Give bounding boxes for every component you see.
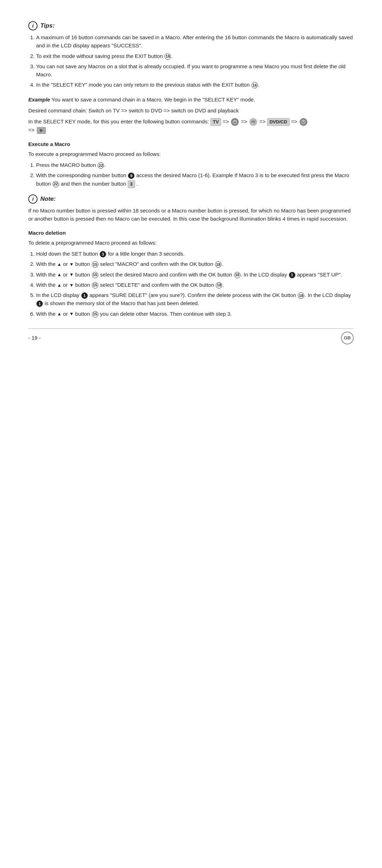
power-btn-2: [300, 118, 307, 126]
arrow-down-3: ▼: [69, 282, 74, 289]
example-chain-desc: Desired command chain: Switch on TV => s…: [28, 106, 354, 115]
deletion-item-2: With the ▲ or ▼ button 15 select "MACRO"…: [36, 260, 354, 268]
circle-num-1c: 1: [36, 301, 43, 307]
play-btn-1: [37, 127, 46, 134]
info-icon: i: [28, 21, 37, 30]
note-text: If no Macro number button is pressed wit…: [28, 206, 354, 223]
deletion-item-1: Hold down the SET button 3 for a little …: [36, 250, 354, 258]
circle-num-22b: 22: [53, 181, 59, 187]
arrow-down-2: ▼: [69, 271, 74, 278]
deletion-item-3: With the ▲ or ▼ button 15 select the des…: [36, 270, 354, 279]
tips-list: A maximum of 16 button commands can be s…: [28, 33, 354, 89]
execute-section: Execute a Macro To execute a preprogramm…: [28, 140, 354, 188]
circle-num-1b: 1: [81, 292, 88, 299]
deletion-item-5: In the LCD display 1 appears "SURE DELET…: [36, 291, 354, 308]
num3-btn: 3: [128, 180, 135, 188]
circle-num-1a: 1: [289, 272, 295, 278]
circle-num-22a: 22: [98, 162, 104, 169]
tips-item-1: A maximum of 16 button commands can be s…: [36, 33, 354, 50]
deletion-item-6: With the ▲ or ▼ button 15 you can delete…: [36, 310, 354, 318]
circle-num-15d: 15: [92, 311, 98, 318]
macro-deletion-title: Macro deletion: [28, 229, 354, 237]
circle-num-16a: 16: [164, 53, 171, 60]
tips-item-2: To exit the mode without saving press th…: [36, 52, 354, 60]
tips-header: i Tips:: [28, 21, 354, 30]
note-header: i Note:: [28, 194, 354, 204]
circle-num-15c: 15: [92, 282, 98, 289]
execute-list: Press the MACRO button 22. With the corr…: [28, 161, 354, 188]
example-section: Example You want to save a command chain…: [28, 95, 354, 134]
footer: - 19 - GB: [28, 328, 354, 344]
execute-item-2: With the corresponding number button 9 a…: [36, 171, 354, 188]
arrow-up-2: ▲: [57, 271, 62, 278]
note-title: Note:: [40, 194, 56, 204]
circle-num-18a: 18: [215, 261, 221, 268]
arrow-down-1: ▼: [69, 261, 74, 268]
page-number: - 19 -: [28, 334, 41, 342]
note-section: i Note: If no Macro number button is pre…: [28, 194, 354, 223]
arrow-up-3: ▲: [57, 282, 62, 289]
tips-title: Tips:: [40, 21, 54, 30]
circle-num-18b: 18: [234, 272, 241, 278]
note-info-icon: i: [28, 194, 37, 204]
arrow-up-1: ▲: [57, 261, 62, 268]
execute-item-1: Press the MACRO button 22.: [36, 161, 354, 169]
tv-button: TV: [210, 118, 221, 126]
dvdcd-button: DVD/CD: [267, 118, 290, 126]
circle-num-15a: 15: [92, 261, 98, 268]
circle-num-3: 3: [100, 251, 106, 257]
execute-title: Execute a Macro: [28, 140, 354, 148]
circle-num-15b: 15: [92, 272, 98, 278]
macro-deletion-section: Macro deletion To delete a preprogrammed…: [28, 229, 354, 318]
tips-item-4: In the "SELECT KEY" mode you can only re…: [36, 81, 354, 89]
example-commands-intro: In the SELECT KEY mode, for this you ent…: [28, 117, 354, 134]
tips-item-3: You can not save any Macros on a slot th…: [36, 62, 354, 79]
macro-deletion-intro: To delete a preprogrammed Macro proceed …: [28, 239, 354, 247]
svg-marker-4: [40, 129, 43, 132]
example-text: You want to save a command chain in a Ma…: [52, 97, 255, 103]
circle-num-9: 9: [128, 173, 134, 179]
deletion-item-4: With the ▲ or ▼ button 15 select "DELETE…: [36, 281, 354, 289]
tips-section: i Tips: A maximum of 16 button commands …: [28, 21, 354, 89]
example-label: Example: [28, 97, 50, 103]
arrow-down-4: ▼: [69, 310, 74, 318]
circle-num-16b: 16: [251, 82, 258, 88]
arrow-up-4: ▲: [57, 310, 62, 318]
circle-num-18c: 18: [216, 282, 222, 289]
execute-intro: To execute a preprogrammed Macro proceed…: [28, 150, 354, 158]
macro-deletion-list: Hold down the SET button 3 for a little …: [28, 250, 354, 318]
power-btn-1: [231, 118, 239, 126]
circle-num-18d: 18: [298, 292, 304, 299]
gb-badge: GB: [341, 332, 354, 344]
av-btn-1: AV: [249, 118, 257, 126]
